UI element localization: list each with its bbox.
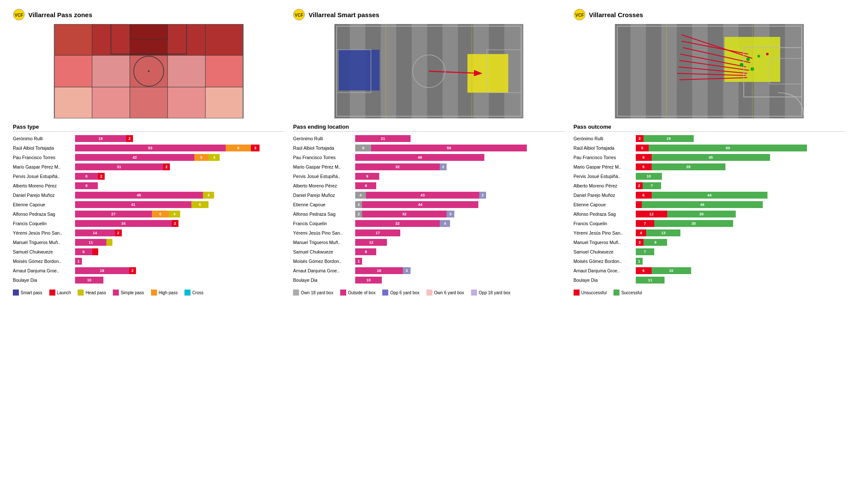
bars-container: 2323 (355, 211, 565, 217)
bars-container: 27 (636, 182, 845, 189)
bars-container: 182 (75, 135, 284, 142)
svg-rect-7 (54, 55, 92, 87)
bar: 2 (98, 173, 105, 180)
bar: 26 (667, 211, 736, 217)
bar: 32 (355, 163, 440, 170)
svg-point-81 (766, 53, 768, 55)
legend-item: Successful (613, 290, 642, 296)
bar: 3 (251, 145, 260, 151)
player-name: Alfonso Pedraza Sag (574, 211, 636, 217)
player-name: Samuel Chukwueze (574, 249, 636, 254)
bar: 11 (75, 239, 106, 246)
legend-color-box (613, 290, 619, 296)
bar: 2 (126, 135, 133, 142)
bar: 27 (75, 211, 152, 217)
bar: 10 (355, 277, 381, 284)
bars-container: 560 (636, 145, 845, 151)
bars-container: 322 (355, 163, 565, 170)
legend-item: High pass (151, 290, 178, 296)
bars-container: 1 (75, 258, 284, 265)
player-name: Moisés Gómez Bordon.. (574, 259, 636, 264)
bars-container: 7 (636, 248, 845, 255)
pass-zones-rows: Gerónimo Rulli182Raúl Albiol Tortajada53… (13, 134, 284, 285)
crosses-title: Villarreal Crosses (589, 11, 643, 18)
svg-point-25 (148, 70, 150, 72)
bar: 28 (652, 163, 725, 170)
player-row: Pau Francisco Torres4254 (13, 153, 284, 162)
legend-item: Opp 18 yard box (471, 290, 511, 296)
crosses-header: VCF Villarreal Crosses (574, 9, 845, 21)
bar: 32 (362, 211, 447, 217)
player-name: Francis Coquelin (574, 221, 636, 226)
player-row: Daniel Parejo Muñoz4432 (293, 191, 565, 199)
player-name: Boulaye Dia (13, 278, 75, 283)
crosses-section-title: Pass outcome (574, 124, 845, 132)
player-name: Gerónimo Rulli (293, 136, 355, 141)
legend-item: Head pass (78, 290, 106, 296)
pass-zones-panel: VCF Villarreal Pass zones (13, 9, 284, 296)
bar (106, 239, 112, 246)
player-name: Mario Gaspar Pérez M.. (574, 164, 636, 169)
bars-container: 6 (75, 248, 284, 255)
legend-color-box (184, 290, 190, 296)
legend-color-box (78, 290, 84, 296)
bar: 14 (75, 229, 115, 236)
bar: 1 (636, 258, 643, 265)
svg-point-78 (740, 63, 743, 66)
legend-item: Own 18 yard box (293, 290, 333, 296)
bars-container: 659 (355, 145, 565, 151)
player-name: Alberto Moreno Pérez (574, 183, 636, 188)
player-row: Samuel Chukwueze8 (293, 247, 565, 256)
player-row: Yéremi Jesús Pino San..413 (574, 229, 845, 237)
player-name: Alfonso Pedraza Sag (13, 211, 75, 217)
player-row: Pervis Josué Estupiñá..10 (574, 172, 845, 181)
bar: 1 (75, 258, 82, 265)
svg-text:VCF: VCF (15, 13, 23, 18)
svg-rect-58 (646, 24, 661, 118)
player-row: Moisés Gómez Bordon..1 (293, 257, 565, 266)
bar: 18 (355, 267, 403, 274)
bar: 4 (440, 220, 450, 227)
player-name: Samuel Chukwueze (13, 249, 75, 254)
bar: 6 (636, 267, 652, 274)
player-name: Yéremi Jesús Pino San.. (13, 230, 75, 235)
player-name: Manuel Trigueros Muñ.. (293, 240, 355, 245)
svg-rect-57 (630, 24, 646, 118)
svg-rect-61 (692, 24, 707, 118)
player-row: Etienne Capoue416 (13, 200, 284, 209)
player-name: Manuel Trigueros Muñ.. (13, 240, 75, 245)
crosses-legend: UnsuccessfulSuccessful (574, 290, 845, 296)
player-name: Pervis Josué Estupiñá.. (13, 174, 75, 179)
bars-container: 8 (355, 248, 565, 255)
crosses-pitch-container (574, 24, 845, 118)
bar: 2 (172, 220, 178, 227)
legend-color-box (382, 290, 388, 296)
smart-passes-header: VCF Villarreal Smart passes (293, 9, 565, 21)
bar: 10 (75, 277, 103, 284)
bar: 46 (642, 201, 763, 208)
svg-rect-60 (677, 24, 692, 118)
pass-zones-legend: Smart passLaunchHead passSimple passHigh… (13, 290, 284, 296)
bar: 15 (652, 267, 691, 274)
legend-label: Simple pass (121, 290, 144, 295)
bars-container: 413 (636, 229, 845, 236)
legend-color-box (574, 290, 580, 296)
player-row: Arnaut Danjuma Groe..192 (13, 266, 284, 275)
player-row: Alfonso Pedraza Sag2764 (13, 210, 284, 218)
player-row: Boulaye Dia10 (13, 276, 284, 284)
bar: 49 (355, 154, 484, 161)
player-name: Boulaye Dia (293, 278, 355, 283)
player-name: Samuel Chukwueze (293, 249, 355, 254)
crosses-panel: VCF Villarreal Crosses (574, 9, 845, 296)
bar: 42 (75, 154, 194, 161)
legend-item: Launch (49, 290, 71, 296)
legend-color-box (340, 290, 346, 296)
svg-rect-6 (205, 24, 243, 55)
bar: 2 (479, 192, 486, 199)
legend-label: Head pass (85, 290, 106, 295)
bar: 8 (355, 248, 376, 255)
bar: 41 (75, 201, 191, 208)
svg-rect-34 (381, 24, 396, 118)
bar: 53 (75, 145, 226, 151)
svg-rect-59 (661, 24, 677, 118)
